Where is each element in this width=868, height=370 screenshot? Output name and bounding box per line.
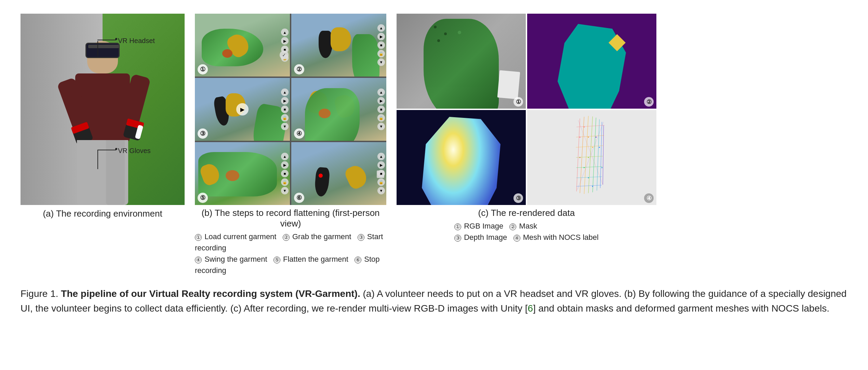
render-cell-mesh: ④ — [527, 110, 656, 205]
ui-btn-sq-6[interactable]: ■ — [377, 170, 385, 177]
legend-label-4: Swing the garment — [204, 255, 271, 263]
render-cell-depth: ③ — [397, 110, 526, 205]
legend-label-1: Load current garment — [204, 232, 281, 241]
step-cell-5: ⑤ ▲ ▶ ■ 🔒 ▼ — [195, 142, 290, 205]
svg-point-27 — [579, 157, 580, 158]
step-cell-6: ■ ⑥ ▲ ▶ ■ 🔒 ▼ — [291, 142, 386, 205]
steps-grid: ① ▲ ▶ ■ 🔒 ✓ — [195, 14, 386, 205]
caption-c: (c) The re-rendered data — [478, 208, 575, 218]
ui-btn-up-6[interactable]: ▲ — [377, 153, 385, 160]
ui-btn-down-4[interactable]: ▼ — [377, 123, 385, 130]
ui-btn-sq-2[interactable]: ■ — [377, 41, 385, 49]
figure-caption: Figure 1. The pipeline of our Virtual Re… — [21, 286, 847, 316]
ui-btn-lock-2[interactable]: 🔒 — [377, 50, 385, 57]
caption-prefix: Figure 1. — [21, 288, 58, 299]
svg-point-26 — [599, 147, 600, 148]
step-cell-3: ▶ ③ ▲ ▶ ■ 🔒 ▼ — [195, 78, 290, 141]
render-legend-line2: ③ Depth Image ④ Mesh with NOCS label — [454, 232, 599, 243]
caption-bold: The pipeline of our Virtual Realty recor… — [61, 288, 360, 299]
spot-4 — [319, 109, 331, 118]
render-num-2: ② — [644, 97, 654, 107]
render-legend-line1: ① RGB Image ② Mask — [454, 220, 599, 232]
legend-num-4: ④ — [195, 257, 202, 263]
svg-point-28 — [601, 167, 602, 168]
svg-point-23 — [592, 186, 593, 187]
legend-line-2: ④ Swing the garment ⑤ Flatten the garmen… — [195, 253, 386, 276]
svg-point-21 — [584, 167, 585, 168]
step-ui-4: ▲ ▶ ■ 🔒 ▼ — [377, 88, 385, 130]
legend-num-6: ⑥ — [355, 257, 361, 263]
red-dot-6 — [319, 174, 323, 178]
svg-point-17 — [584, 126, 585, 127]
figure-a-image: VR Headset VR Gloves — [21, 14, 185, 205]
step-ui-5: ▲ ▶ ■ 🔒 ▼ — [281, 153, 289, 194]
ui-btn-up-4[interactable]: ▲ — [377, 88, 385, 96]
ui-btn-up-2[interactable]: ▲ — [377, 24, 385, 32]
cloth-4 — [305, 88, 360, 141]
legend-num-2: ② — [283, 234, 290, 241]
ui-btn-lock-5[interactable]: 🔒 — [281, 178, 289, 186]
mesh-svg — [527, 110, 656, 205]
render-cell-mask: ② — [527, 14, 656, 109]
ui-btn-lock-3[interactable]: 🔒 — [281, 114, 289, 122]
ui-btn-up-5[interactable]: ▲ — [281, 153, 289, 160]
ui-btn-play-5[interactable]: ▶ — [281, 161, 289, 169]
step-ui-3: ▲ ▶ ■ 🔒 ▼ — [281, 88, 289, 130]
depth-blob — [422, 117, 500, 205]
play-overlay-3: ▶ — [236, 103, 249, 115]
render-legend: ① RGB Image ② Mask ③ Depth Image ④ Mesh … — [454, 220, 599, 243]
ui-btn-lock-6[interactable]: 🔒 — [377, 178, 385, 186]
legend-line-1: ① Load current garment ② Grab the garmen… — [195, 231, 386, 253]
ui-btn-play-4[interactable]: ▶ — [377, 97, 385, 105]
step-num-2: ② — [294, 64, 304, 74]
ui-btn-play-2[interactable]: ▶ — [377, 33, 385, 40]
ui-btn-play-3[interactable]: ▶ — [281, 97, 289, 105]
svg-line-7 — [603, 125, 603, 185]
ui-btn-lock-4[interactable]: 🔒 — [377, 114, 385, 122]
vr-headset — [85, 43, 120, 58]
ui-btn-play-6[interactable]: ▶ — [377, 161, 385, 169]
spot-5 — [226, 170, 239, 181]
ui-btn-down-3[interactable]: ▼ — [281, 123, 289, 130]
svg-line-5 — [597, 119, 599, 191]
render-num-4: ④ — [644, 193, 654, 203]
ui-btn-sq-3[interactable]: ■ — [281, 106, 289, 113]
steps-legend: ① Load current garment ② Grab the garmen… — [195, 231, 386, 276]
render-legend-num-2: ② — [509, 223, 516, 230]
ui-btn-play-1[interactable]: ▶ — [281, 37, 289, 45]
render-legend-label-3: Depth Image — [464, 233, 511, 242]
legend-num-5: ⑤ — [273, 257, 280, 263]
rendered-grid: ① ② ③ — [397, 14, 656, 205]
svg-line-0 — [576, 119, 580, 191]
svg-point-19 — [592, 147, 593, 148]
figure-c: ① ② ③ — [397, 14, 656, 243]
svg-point-25 — [596, 137, 597, 138]
figures-row: VR Headset VR Gloves (a) The recording e… — [21, 14, 847, 276]
step-num-4: ④ — [294, 128, 304, 139]
figure-b: ① ▲ ▶ ■ 🔒 ✓ — [195, 14, 386, 276]
legend-num-1: ① — [195, 234, 202, 241]
render-num-3: ③ — [513, 193, 523, 203]
step-ui-6: ▲ ▶ ■ 🔒 ▼ — [377, 153, 385, 194]
svg-point-18 — [588, 137, 589, 138]
step-num-3: ③ — [198, 128, 208, 139]
ui-btn-down-6[interactable]: ▼ — [377, 187, 385, 194]
caption-a: (a) The recording environment — [43, 208, 162, 219]
caption-part-a: (a) A volunteer needs to put on a VR hea… — [363, 288, 622, 299]
step-num-6: ⑥ — [294, 193, 304, 203]
ctrl-6 — [314, 167, 330, 197]
ui-btn-up-3[interactable]: ▲ — [281, 88, 289, 96]
svg-line-3 — [588, 117, 592, 193]
ui-btn-sq-4[interactable]: ■ — [377, 106, 385, 113]
ui-btn-up-1[interactable]: ▲ — [281, 29, 289, 36]
ui-btn-down-2[interactable]: ▼ — [377, 58, 385, 66]
recording-environment-bg: VR Headset VR Gloves — [21, 14, 185, 205]
head — [87, 41, 118, 73]
vr-gloves-label: VR Gloves — [118, 147, 151, 154]
hand-6 — [343, 163, 370, 191]
render-legend-label-4: Mesh with NOCS label — [523, 233, 599, 242]
main-container: VR Headset VR Gloves (a) The recording e… — [21, 14, 847, 316]
render-legend-num-3: ③ — [454, 235, 461, 242]
ui-btn-down-5[interactable]: ▼ — [281, 187, 289, 194]
ui-btn-sq-5[interactable]: ■ — [281, 170, 289, 177]
